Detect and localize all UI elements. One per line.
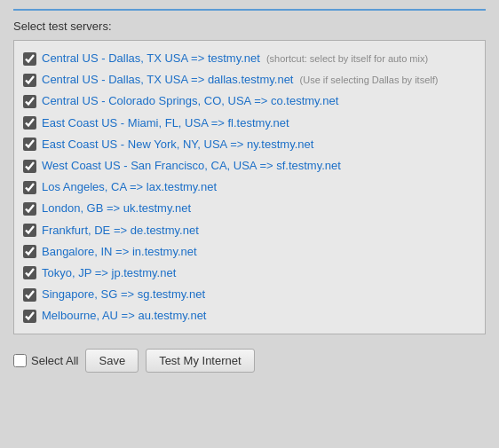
server-label-text: Central US - Dallas, TX USA => testmy.ne… bbox=[42, 51, 260, 65]
server-checkbox-melbourne[interactable] bbox=[23, 310, 36, 323]
server-label-text: East Coast US - Miami, FL, USA => fl.tes… bbox=[42, 116, 289, 130]
server-label-colorado[interactable]: Central US - Colorado Springs, CO, USA =… bbox=[42, 93, 338, 109]
server-label-frankfurt[interactable]: Frankfurt, DE => de.testmy.net bbox=[42, 223, 199, 239]
server-item: Singapore, SG => sg.testmy.net bbox=[23, 284, 476, 305]
server-label-text: Central US - Dallas, TX USA => dallas.te… bbox=[42, 73, 293, 86]
server-item: East Coast US - New York, NY, USA => ny.… bbox=[23, 134, 476, 155]
server-label-singapore[interactable]: Singapore, SG => sg.testmy.net bbox=[42, 287, 205, 303]
section-title: Select test servers: bbox=[13, 20, 486, 33]
select-all-label[interactable]: Select All bbox=[31, 354, 78, 367]
server-checkbox-london[interactable] bbox=[23, 202, 36, 216]
server-label-london[interactable]: London, GB => uk.testmy.net bbox=[42, 200, 191, 216]
server-label-text: London, GB => uk.testmy.net bbox=[42, 201, 191, 215]
server-label-dallas-auto[interactable]: Central US - Dallas, TX USA => testmy.ne… bbox=[42, 51, 428, 67]
server-checkbox-newyork[interactable] bbox=[23, 138, 36, 151]
server-checkbox-bangalore[interactable] bbox=[23, 245, 36, 258]
server-label-text: East Coast US - New York, NY, USA => ny.… bbox=[42, 138, 313, 151]
server-item: Central US - Colorado Springs, CO, USA =… bbox=[23, 90, 476, 112]
server-checkbox-losangeles[interactable] bbox=[23, 181, 36, 194]
server-label-miami[interactable]: East Coast US - Miami, FL, USA => fl.tes… bbox=[42, 115, 289, 131]
server-item: Central US - Dallas, TX USA => testmy.ne… bbox=[23, 48, 476, 69]
server-label-text: Los Angeles, CA => lax.testmy.net bbox=[42, 180, 217, 193]
server-checkbox-frankfurt[interactable] bbox=[23, 224, 36, 237]
server-item: Central US - Dallas, TX USA => dallas.te… bbox=[23, 69, 476, 90]
test-my-internet-button[interactable]: Test My Internet bbox=[146, 349, 254, 373]
server-item: Tokyo, JP => jp.testmy.net bbox=[23, 263, 476, 284]
server-label-tokyo[interactable]: Tokyo, JP => jp.testmy.net bbox=[42, 265, 176, 281]
server-checkbox-sanfrancisco[interactable] bbox=[23, 160, 36, 173]
server-checkbox-dallas[interactable] bbox=[23, 74, 36, 87]
server-label-text: Tokyo, JP => jp.testmy.net bbox=[42, 266, 176, 279]
server-checkbox-miami[interactable] bbox=[23, 116, 36, 130]
server-item: Frankfurt, DE => de.testmy.net bbox=[23, 220, 476, 241]
server-label-text: Singapore, SG => sg.testmy.net bbox=[42, 287, 205, 301]
bottom-bar: Select All Save Test My Internet bbox=[13, 345, 486, 373]
server-item: West Coast US - San Francisco, CA, USA =… bbox=[23, 155, 476, 177]
select-all-checkbox[interactable] bbox=[13, 354, 27, 367]
server-label-dallas[interactable]: Central US - Dallas, TX USA => dallas.te… bbox=[42, 72, 438, 88]
server-label-text: Central US - Colorado Springs, CO, USA =… bbox=[42, 94, 338, 107]
server-item: Bangalore, IN => in.testmy.net bbox=[23, 241, 476, 263]
server-note: (shortcut: select by itself for auto mix… bbox=[264, 53, 428, 64]
select-all-wrap: Select All bbox=[13, 354, 78, 367]
server-item: London, GB => uk.testmy.net bbox=[23, 198, 476, 219]
server-label-melbourne[interactable]: Melbourne, AU => au.testmy.net bbox=[42, 308, 206, 324]
server-checkbox-colorado[interactable] bbox=[23, 95, 36, 108]
server-label-text: Bangalore, IN => in.testmy.net bbox=[42, 245, 197, 258]
server-note: (Use if selecting Dallas by itself) bbox=[297, 75, 438, 85]
server-list: Central US - Dallas, TX USA => testmy.ne… bbox=[13, 40, 486, 334]
server-label-sanfrancisco[interactable]: West Coast US - San Francisco, CA, USA =… bbox=[42, 158, 341, 174]
server-label-text: West Coast US - San Francisco, CA, USA =… bbox=[42, 159, 341, 172]
server-label-bangalore[interactable]: Bangalore, IN => in.testmy.net bbox=[42, 244, 197, 260]
server-item: East Coast US - Miami, FL, USA => fl.tes… bbox=[23, 113, 476, 134]
server-item: Melbourne, AU => au.testmy.net bbox=[23, 305, 476, 326]
server-label-text: Frankfurt, DE => de.testmy.net bbox=[42, 224, 199, 237]
top-border bbox=[13, 9, 486, 11]
server-checkbox-singapore[interactable] bbox=[23, 288, 36, 302]
server-label-text: Melbourne, AU => au.testmy.net bbox=[42, 309, 206, 322]
server-item: Los Angeles, CA => lax.testmy.net bbox=[23, 177, 476, 198]
server-label-losangeles[interactable]: Los Angeles, CA => lax.testmy.net bbox=[42, 179, 217, 195]
server-label-newyork[interactable]: East Coast US - New York, NY, USA => ny.… bbox=[42, 137, 313, 153]
server-checkbox-tokyo[interactable] bbox=[23, 266, 36, 279]
server-checkbox-dallas-auto[interactable] bbox=[23, 52, 36, 66]
save-button[interactable]: Save bbox=[85, 349, 139, 373]
